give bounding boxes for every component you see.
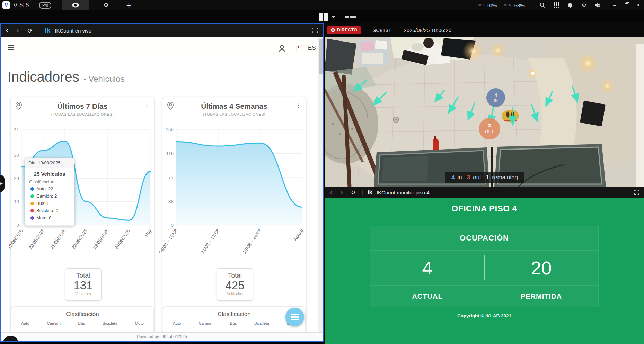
total-unit: Vehículos [217, 292, 253, 296]
actual-value: 4 [370, 251, 484, 285]
overlay-remaining-word: remaining [492, 174, 518, 181]
powered-by-bar: Powered by - IKLab ©2025 [1, 332, 323, 341]
camera-feed[interactable]: 4 IN 3 OUT [325, 37, 644, 187]
tab-live-view[interactable] [62, 0, 89, 10]
overlay-in-word: in [458, 174, 462, 181]
chevron-down-icon[interactable] [332, 16, 335, 18]
class-column-label: Bús [78, 321, 85, 325]
forward-button[interactable]: › [340, 188, 343, 197]
mem-label: MEM [504, 3, 512, 7]
chart-subtitle: (TODAS LAS LOCALIZACIONES) [11, 112, 154, 116]
browser-pane-dashboard: ‹ › ⟳ ik IKCount en vivo ☰ ES [0, 23, 324, 342]
svg-text:24/08/2025: 24/08/2025 [114, 228, 131, 250]
svg-text:0: 0 [171, 223, 174, 228]
copyright-text: Copyright © IKLAB 2021 [325, 313, 644, 318]
search-icon[interactable] [539, 2, 546, 9]
fullscreen-icon[interactable] [634, 190, 639, 195]
side-expand-tab[interactable]: ▶ [0, 175, 5, 192]
settings-gear-icon[interactable]: ⚙ [581, 2, 588, 9]
chart-title: Últimos 7 Días [11, 102, 154, 110]
classification-columns: AutoCamiónBúsBicicletaMoto [163, 321, 305, 325]
language-label[interactable]: ES [308, 45, 316, 52]
pro-badge: Pro [39, 2, 51, 9]
camera-count-overlay: 4 in 3 out 1 remaining [445, 172, 524, 183]
chart-title: Últimas 4 Semanas [162, 102, 306, 110]
minimize-button[interactable]: – [613, 2, 616, 8]
gear-icon: ⚙ [103, 2, 108, 9]
forward-button[interactable]: › [16, 26, 19, 35]
overlay-out-word: out [473, 174, 481, 181]
eye-icon [71, 2, 80, 8]
toolbar-divider [39, 27, 39, 34]
header-divider [272, 37, 272, 60]
restore-button[interactable] [625, 3, 628, 7]
svg-text:22/08/2025: 22/08/2025 [71, 228, 88, 250]
class-column-label: Camión [199, 321, 212, 325]
monitor-toolbar: ‹ › ⟳ ik IKCount monitor piso 4 [325, 187, 644, 198]
total-label: Total [65, 272, 101, 279]
classification-panel: Clasificación AutoCamiónBúsBicicletaMoto [11, 306, 154, 333]
tooltip-day: Día: 19/08/2025 [25, 158, 74, 168]
record-icon [331, 28, 335, 32]
svg-text:Hoy: Hoy [143, 228, 152, 238]
total-label: Total [217, 272, 253, 279]
class-column-label: Moto [135, 321, 144, 325]
user-icon[interactable] [278, 44, 286, 53]
svg-text:23/08/2025: 23/08/2025 [92, 228, 110, 250]
back-button[interactable]: ‹ [6, 26, 9, 35]
refresh-button[interactable]: ⟳ [351, 189, 356, 196]
chart-subtitle: (TODAS LAS LOCALIZACIONES) [162, 112, 306, 116]
room-title: OFICINA PISO 4 [325, 204, 644, 214]
plus-icon: + [126, 1, 132, 9]
class-column-label: Bicicleta [103, 321, 117, 325]
video-wall-icon[interactable] [344, 14, 356, 20]
area-chart-4-weeks: 1551167738004/08 ~ 10/0811/08 ~ 17/0818/… [162, 124, 307, 270]
volume-icon[interactable] [594, 2, 601, 9]
kebab-menu-icon[interactable]: ⋮ [295, 101, 302, 109]
powered-by-text: Powered by - IKLab ©2025 [137, 334, 187, 339]
occupancy-values: 4 20 [370, 251, 598, 286]
legend-dot [30, 209, 34, 212]
svg-text:18/08 ~ 24/08: 18/08 ~ 24/08 [242, 228, 263, 255]
total-unit: Vehículos [65, 292, 101, 296]
svg-text:20/08/2025: 20/08/2025 [28, 228, 45, 250]
browser-tab-title: IKCount en vivo [55, 28, 91, 34]
refresh-button[interactable]: ⟳ [27, 27, 33, 34]
page-scrollbar[interactable] [318, 37, 323, 341]
back-button[interactable]: ‹ [329, 188, 333, 197]
browser-toolbar: ‹ › ⟳ ik IKCount en vivo [1, 24, 323, 37]
apps-grid-icon[interactable] [553, 2, 560, 9]
live-badge-text: DIRECTO [337, 28, 357, 33]
page-title-main: Indicadores [8, 69, 79, 84]
spain-flag-icon[interactable] [297, 46, 306, 52]
notifications-bell-icon[interactable] [567, 2, 574, 9]
svg-text:IN: IN [494, 98, 498, 102]
svg-text:38: 38 [168, 199, 174, 204]
total-value: 131 [65, 279, 101, 292]
fullscreen-icon[interactable] [312, 28, 318, 33]
scrollbar-thumb[interactable] [319, 39, 323, 74]
in-count-bubble: 4 IN [486, 88, 505, 107]
tab-settings[interactable]: ⚙ [96, 0, 116, 10]
legend-dot [30, 202, 34, 205]
class-column-label: Bús [230, 321, 237, 325]
svg-text:11/08 ~ 17/08: 11/08 ~ 17/08 [200, 228, 220, 254]
menu-hamburger-icon[interactable]: ☰ [8, 44, 14, 52]
overlay-out-count: 3 [467, 174, 470, 181]
svg-text:20: 20 [14, 176, 19, 181]
layout-split-icon[interactable] [319, 13, 328, 21]
tab-add[interactable]: + [121, 0, 137, 10]
monitor-tab-title: IKCount monitor piso 4 [377, 190, 430, 196]
occupancy-monitor: OFICINA PISO 4 OCUPACIÓN 4 20 ACTUAL PER… [325, 198, 644, 344]
floating-menu-button[interactable] [285, 308, 304, 326]
cpu-value: 10% [486, 2, 497, 8]
kebab-menu-icon[interactable]: ⋮ [144, 101, 150, 109]
occupancy-header: OCUPACIÓN [370, 226, 598, 251]
svg-text:19/08/2025: 19/08/2025 [6, 228, 24, 250]
class-column-label: Camión [47, 321, 61, 325]
total-box: Total 425 Vehículos [217, 268, 253, 301]
close-button[interactable]: × [637, 2, 640, 8]
legend-item: Bús: 1 [30, 201, 74, 206]
total-value: 425 [217, 279, 253, 292]
vss-logo-icon: V [2, 1, 10, 9]
